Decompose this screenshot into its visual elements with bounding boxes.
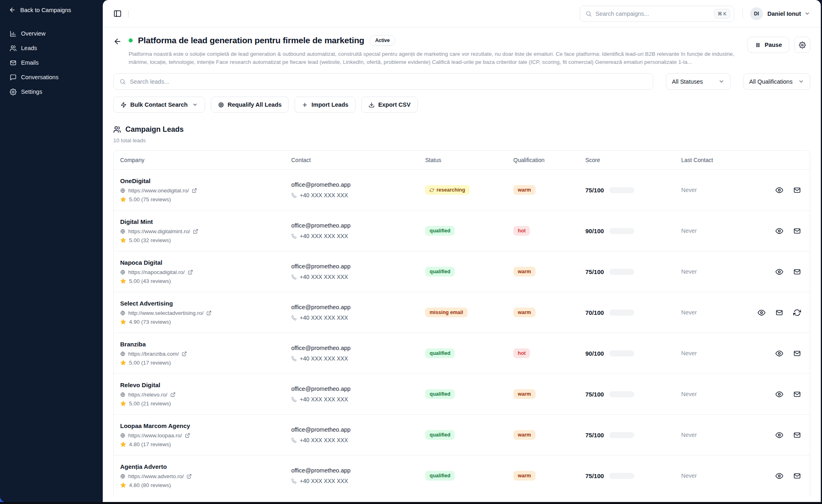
sidebar-toggle-icon[interactable] — [113, 9, 122, 18]
import-leads-button[interactable]: Import Leads — [294, 97, 356, 113]
external-link-icon[interactable] — [186, 474, 192, 479]
external-link-icon[interactable] — [170, 392, 176, 397]
company-url-link[interactable]: https://www.loopaa.ro/ — [128, 432, 182, 439]
table-row[interactable]: Loopaa Marcom Agency https://www.loopaa.… — [114, 414, 810, 455]
company-url-line: https://napocadigital.ro/ — [120, 269, 291, 275]
user-menu[interactable]: DI Daniel Ionut — [750, 7, 810, 20]
company-url-link[interactable]: https://branziba.com/ — [128, 351, 179, 357]
table-row[interactable]: Napoca Digital https://napocadigital.ro/… — [114, 251, 810, 292]
contact-email: office@prometheo.app — [291, 304, 425, 310]
zap-icon — [121, 102, 127, 108]
status-cell: qualified — [425, 348, 513, 358]
external-link-icon[interactable] — [192, 188, 197, 193]
email-lead-mail-icon[interactable] — [775, 309, 783, 316]
star-icon — [120, 482, 126, 488]
table-row[interactable]: Agenția Adverto https://www.adverto.ro/ … — [114, 455, 810, 496]
company-url-link[interactable]: https://www.onedigital.ro/ — [128, 188, 189, 194]
score-cell: 75/100 — [585, 268, 681, 275]
status-filter-select[interactable]: All Statuses — [666, 73, 731, 90]
email-lead-mail-icon[interactable] — [793, 472, 801, 480]
view-lead-eye-icon[interactable] — [775, 186, 783, 194]
pause-button[interactable]: Pause — [748, 37, 789, 53]
view-lead-eye-icon[interactable] — [775, 431, 783, 439]
view-lead-eye-icon[interactable] — [775, 227, 783, 235]
campaign-search[interactable]: ⌘ K — [580, 6, 734, 22]
sidebar-item-leads[interactable]: Leads — [0, 41, 103, 55]
view-lead-eye-icon[interactable] — [775, 390, 783, 398]
company-cell: Select Advertising http://www.selectadve… — [120, 300, 291, 325]
status-cell: qualified — [425, 226, 513, 236]
table-row[interactable]: Select Advertising http://www.selectadve… — [114, 292, 810, 333]
email-lead-mail-icon[interactable] — [793, 268, 801, 276]
qualification-badge: warm — [513, 430, 536, 440]
company-rating-value: 4.90 (73 reviews) — [129, 319, 171, 325]
back-to-campaigns-link[interactable]: Back to Campaigns — [0, 0, 103, 13]
company-rating-line: 5.00 (32 reviews) — [120, 237, 291, 243]
company-url-link[interactable]: https://napocadigital.ro/ — [128, 269, 185, 275]
company-cell: Relevo Digital https://relevo.ro/ 5.00 (… — [120, 382, 291, 407]
company-rating-value: 4.80 (17 reviews) — [129, 441, 171, 447]
sidebar-item-label: Conversations — [21, 74, 59, 80]
table-row[interactable]: Relevo Digital https://relevo.ro/ 5.00 (… — [114, 373, 810, 414]
external-link-icon[interactable] — [182, 351, 187, 356]
score-progress-track — [609, 391, 634, 397]
export-csv-button[interactable]: Export CSV — [361, 97, 418, 113]
sidebar-item-settings[interactable]: Settings — [0, 84, 103, 99]
globe-icon — [120, 310, 125, 316]
company-url-link[interactable]: https://www.digitalmint.ro/ — [128, 228, 190, 234]
email-lead-mail-icon[interactable] — [793, 390, 801, 398]
sidebar-item-conversations[interactable]: Conversations — [0, 70, 103, 84]
company-url-link[interactable]: http://www.selectadvertising.ro/ — [128, 310, 203, 316]
row-actions — [753, 390, 803, 398]
row-actions — [753, 431, 803, 439]
status-badge-label: researching — [436, 187, 465, 193]
back-button[interactable] — [113, 37, 122, 46]
requalify-lead-sync-icon[interactable] — [793, 309, 801, 316]
external-link-icon[interactable] — [185, 433, 190, 438]
lead-search[interactable] — [113, 73, 653, 90]
lead-search-input[interactable] — [130, 78, 647, 85]
email-lead-mail-icon[interactable] — [793, 186, 801, 194]
user-divider — [742, 9, 743, 19]
star-icon — [120, 360, 126, 366]
download-icon — [369, 102, 375, 108]
external-link-icon[interactable] — [193, 229, 198, 234]
requalify-all-leads-label: Requalify All Leads — [228, 101, 282, 108]
table-row[interactable]: Digital Mint https://www.digitalmint.ro/… — [114, 210, 810, 251]
sidebar-item-emails[interactable]: Emails — [0, 55, 103, 70]
contact-email: office@prometheo.app — [291, 181, 425, 188]
table-row[interactable]: Branziba https://branziba.com/ 5.00 (17 … — [114, 333, 810, 373]
email-lead-mail-icon[interactable] — [793, 227, 801, 235]
globe-icon — [120, 474, 125, 479]
campaign-search-input[interactable] — [595, 11, 710, 17]
company-rating-line: 4.80 (17 reviews) — [120, 441, 291, 447]
company-rating-line: 5.00 (75 reviews) — [120, 196, 291, 202]
view-lead-eye-icon[interactable] — [758, 309, 765, 316]
campaign-header: Platforma de lead generation pentru firm… — [103, 27, 821, 66]
requalify-all-leads-button[interactable]: Requalify All Leads — [211, 97, 289, 113]
company-url-line: https://www.adverto.ro/ — [120, 473, 291, 479]
view-lead-eye-icon[interactable] — [775, 268, 783, 276]
campaign-settings-button[interactable] — [794, 37, 810, 53]
status-badge: researching — [425, 185, 470, 195]
score-progress-track — [609, 228, 634, 234]
view-lead-eye-icon[interactable] — [775, 350, 783, 357]
qualification-filter-select[interactable]: All Qualifications — [743, 73, 810, 90]
qualification-badge: warm — [513, 185, 536, 195]
email-lead-mail-icon[interactable] — [793, 350, 801, 357]
sidebar-item-overview[interactable]: Overview — [0, 26, 103, 41]
contact-phone-line: +40 XXX XXX XXX — [291, 192, 425, 198]
external-link-icon[interactable] — [188, 270, 193, 275]
view-lead-eye-icon[interactable] — [775, 472, 783, 480]
email-lead-mail-icon[interactable] — [793, 431, 801, 439]
company-url-link[interactable]: https://www.adverto.ro/ — [128, 473, 184, 479]
external-link-icon[interactable] — [206, 310, 212, 316]
qualification-badge-label: warm — [518, 187, 531, 193]
company-url-link[interactable]: https://relevo.ro/ — [128, 392, 167, 398]
contact-cell: office@prometheo.app +40 XXX XXX XXX — [291, 426, 425, 443]
users-icon — [113, 126, 121, 133]
company-name: Relevo Digital — [120, 382, 291, 388]
company-rating-value: 5.00 (32 reviews) — [129, 237, 171, 243]
bulk-contact-search-button[interactable]: Bulk Contact Search — [113, 97, 205, 113]
table-row[interactable]: OneDigital https://www.onedigital.ro/ 5.… — [114, 169, 810, 210]
